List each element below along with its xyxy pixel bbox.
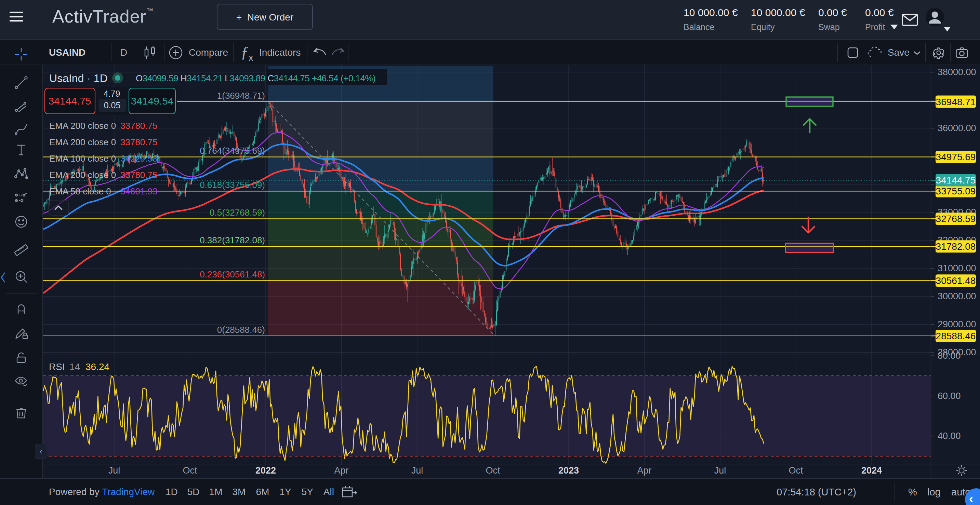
- svg-text:EMA 200 close 0: EMA 200 close 0: [49, 137, 116, 147]
- svg-text:4.79: 4.79: [103, 89, 120, 98]
- svg-text:2023: 2023: [558, 465, 579, 476]
- svg-text:40.00: 40.00: [938, 431, 961, 441]
- svg-text:32768.59: 32768.59: [936, 214, 976, 224]
- svg-text:Apr: Apr: [637, 465, 651, 476]
- svg-text:0.382(31782.08): 0.382(31782.08): [200, 235, 265, 245]
- svg-text:0.764(34975.69): 0.764(34975.69): [200, 146, 265, 156]
- svg-text:0.236(30561.48): 0.236(30561.48): [200, 269, 265, 279]
- svg-text:1(36948.71): 1(36948.71): [217, 91, 265, 101]
- svg-text:0.05: 0.05: [104, 100, 121, 110]
- svg-text:34229.58: 34229.58: [120, 153, 157, 164]
- svg-text:36000.00: 36000.00: [938, 123, 976, 133]
- svg-text:30561.48: 30561.48: [936, 275, 976, 286]
- svg-text:0(28588.46): 0(28588.46): [217, 325, 265, 335]
- svg-text:Oct: Oct: [789, 465, 803, 476]
- svg-text:EMA 200 close 0: EMA 200 close 0: [49, 170, 116, 180]
- svg-text:Jul: Jul: [714, 465, 726, 476]
- svg-text:31000.00: 31000.00: [938, 263, 976, 273]
- svg-text:RSI: RSI: [49, 362, 65, 372]
- svg-text:34144.75: 34144.75: [48, 95, 91, 106]
- svg-text:34975.69: 34975.69: [936, 152, 976, 162]
- svg-text:0.618(33755.09): 0.618(33755.09): [200, 180, 265, 190]
- svg-text:EMA 100 close 0: EMA 100 close 0: [49, 153, 116, 164]
- svg-text:80.00: 80.00: [938, 351, 961, 361]
- svg-text:38000.00: 38000.00: [938, 67, 976, 77]
- svg-text:0.5(32768.59): 0.5(32768.59): [210, 207, 265, 218]
- svg-text:O34099.59 H34154.21 L34093.89: O34099.59 H34154.21 L34093.89 C34144.75 …: [136, 73, 375, 83]
- svg-text:33780.75: 33780.75: [120, 121, 157, 131]
- svg-text:EMA 200 close 0: EMA 200 close 0: [49, 121, 116, 131]
- svg-text:Jul: Jul: [108, 465, 120, 476]
- svg-text:Oct: Oct: [183, 465, 197, 476]
- svg-text:29000.00: 29000.00: [938, 319, 976, 329]
- svg-text:33755.09: 33755.09: [936, 186, 976, 197]
- svg-text:34144.75: 34144.75: [936, 175, 976, 186]
- svg-text:2024: 2024: [861, 465, 882, 476]
- svg-text:33780.75: 33780.75: [120, 137, 157, 147]
- svg-text:Oct: Oct: [485, 465, 500, 476]
- svg-text:28588.46: 28588.46: [936, 331, 976, 341]
- svg-text:Apr: Apr: [334, 465, 348, 476]
- svg-text:60.00: 60.00: [938, 391, 961, 401]
- svg-text:36.24: 36.24: [86, 362, 110, 372]
- svg-text:Jul: Jul: [411, 465, 423, 476]
- svg-text:30000.00: 30000.00: [938, 291, 976, 301]
- svg-text:EMA 50 close 0: EMA 50 close 0: [49, 186, 111, 197]
- svg-text:34149.54: 34149.54: [130, 95, 173, 106]
- svg-text:33780.75: 33780.75: [120, 170, 157, 180]
- svg-text:36948.71: 36948.71: [936, 97, 976, 107]
- svg-text:31782.08: 31782.08: [936, 241, 976, 252]
- svg-text:34601.93: 34601.93: [120, 186, 157, 197]
- svg-text:2022: 2022: [255, 465, 276, 476]
- svg-text:14: 14: [69, 362, 80, 372]
- svg-text:UsaInd · 1D: UsaInd · 1D: [49, 72, 108, 84]
